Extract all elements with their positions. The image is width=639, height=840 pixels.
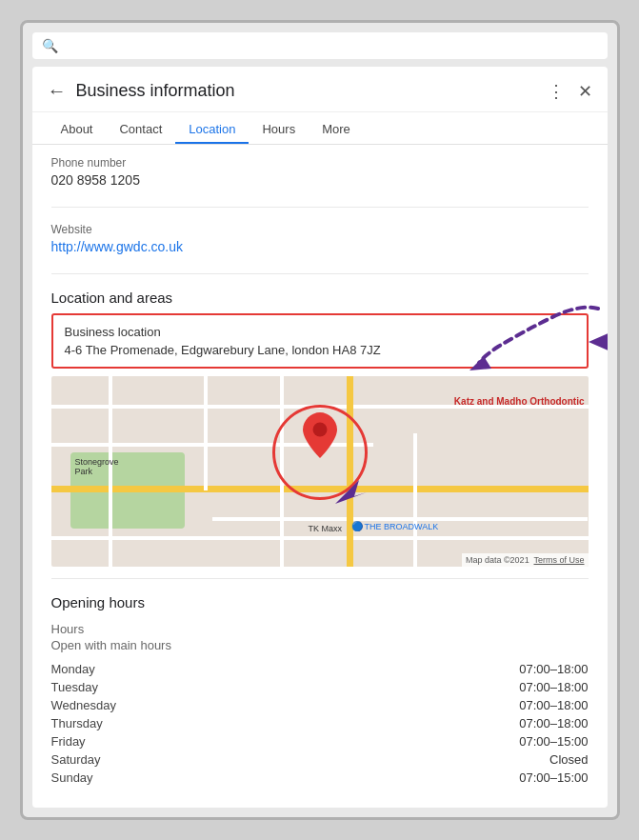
business-location-address: 4-6 The Promenade, Edgwarebury Lane, lon… [65, 343, 575, 357]
divider-1 [51, 207, 589, 208]
opening-hours-title: Opening hours [51, 594, 589, 610]
main-panel: ← Business information ⋮ ✕ About Contact… [32, 67, 608, 808]
road-v5 [413, 433, 417, 567]
map-container[interactable]: StonegrovePark TK Maxx 🔵 THE BROADWALK K… [51, 376, 589, 567]
divider-2 [51, 273, 589, 274]
time-tuesday: 07:00–18:00 [519, 680, 588, 694]
tabs-container: About Contact Location Hours More [32, 112, 608, 145]
hours-sub2: Open with main hours [51, 638, 589, 652]
opening-hours-section: Opening hours Hours Open with main hours… [32, 583, 608, 798]
hours-row-sunday: Sunday 07:00–15:00 [51, 769, 589, 787]
business-location-title: Business location [65, 325, 575, 339]
header-icons: ⋮ ✕ [548, 81, 592, 102]
hours-row-tuesday: Tuesday 07:00–18:00 [51, 678, 589, 696]
page-title: Business information [76, 81, 548, 101]
annotation-wrapper: Business location 4-6 The Promenade, Edg… [51, 313, 589, 369]
tab-about[interactable]: About [48, 112, 107, 144]
time-saturday: Closed [549, 752, 588, 767]
tab-contact[interactable]: Contact [106, 112, 175, 144]
map-footer: Map data ©2021 Terms of Use [462, 553, 589, 567]
map-pin [303, 412, 337, 462]
search-icon: 🔍 [42, 38, 58, 53]
panel-header: ← Business information ⋮ ✕ [32, 67, 608, 112]
day-tuesday: Tuesday [51, 680, 98, 694]
day-sunday: Sunday [51, 770, 93, 785]
phone-label: Phone number [51, 156, 589, 170]
tab-hours[interactable]: Hours [249, 112, 309, 144]
time-wednesday: 07:00–18:00 [519, 698, 588, 712]
day-monday: Monday [51, 662, 95, 676]
website-label: Website [51, 223, 589, 236]
hours-table: Monday 07:00–18:00 Tuesday 07:00–18:00 W… [51, 660, 589, 787]
time-monday: 07:00–18:00 [519, 662, 588, 676]
day-friday: Friday [51, 734, 86, 749]
time-thursday: 07:00–18:00 [519, 716, 588, 730]
hours-row-saturday: Saturday Closed [51, 750, 589, 769]
map-background: StonegrovePark TK Maxx 🔵 THE BROADWALK K… [51, 376, 589, 567]
svg-marker-1 [589, 330, 608, 354]
terms-of-use-link[interactable]: Terms of Use [533, 555, 584, 565]
menu-icon[interactable]: ⋮ [548, 81, 565, 102]
road-v2 [204, 376, 208, 490]
website-section: Website http://www.gwdc.co.uk [32, 211, 608, 270]
time-sunday: 07:00–15:00 [519, 770, 588, 785]
katz-label: Katz and Madho Orthodontic [454, 395, 585, 408]
close-icon[interactable]: ✕ [578, 81, 592, 102]
park-label: StonegrovePark [75, 457, 119, 476]
hours-row-wednesday: Wednesday 07:00–18:00 [51, 696, 589, 714]
svg-point-2 [312, 423, 327, 437]
tab-more[interactable]: More [309, 112, 364, 144]
day-wednesday: Wednesday [51, 698, 116, 712]
day-thursday: Thursday [51, 716, 103, 730]
business-location-box: Business location 4-6 The Promenade, Edg… [51, 313, 589, 369]
hours-row-thursday: Thursday 07:00–18:00 [51, 714, 589, 732]
tk-maxx-label: TK Maxx [309, 524, 343, 533]
tab-location[interactable]: Location [175, 112, 249, 144]
phone-section: Phone number 020 8958 1205 [32, 145, 608, 203]
website-value[interactable]: http://www.gwdc.co.uk [51, 239, 589, 254]
back-button[interactable]: ← [48, 80, 67, 102]
panel-content[interactable]: Phone number 020 8958 1205 Website http:… [32, 145, 608, 808]
broadwalk-label: 🔵 THE BROADWALK [351, 521, 439, 531]
phone-value: 020 8958 1205 [51, 172, 589, 188]
search-bar: 🔍 [32, 32, 608, 59]
road-h4 [51, 536, 589, 540]
time-friday: 07:00–15:00 [519, 734, 588, 749]
divider-3 [51, 578, 589, 579]
hours-row-monday: Monday 07:00–18:00 [51, 660, 589, 678]
outer-frame: 🔍 ← Business information ⋮ ✕ About Conta… [20, 20, 620, 820]
day-saturday: Saturday [51, 752, 101, 767]
hours-row-friday: Friday 07:00–15:00 [51, 732, 589, 750]
hours-subtitle: Hours [51, 622, 589, 636]
location-section-title: Location and areas [32, 278, 608, 313]
